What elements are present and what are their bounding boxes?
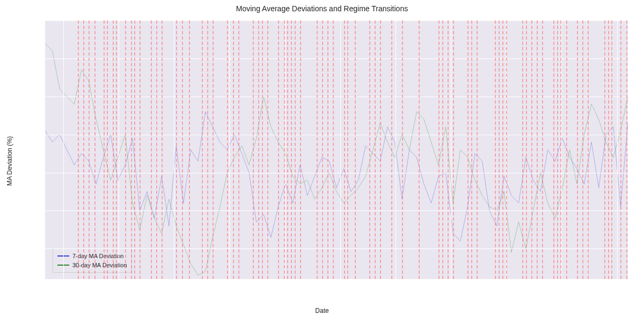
regime-transition-line	[499, 20, 500, 279]
regime-transition-line	[182, 20, 183, 279]
y-axis-label: MA Deviation (%)	[6, 136, 13, 186]
regime-transition-line	[300, 20, 301, 279]
regime-transition-line	[253, 20, 254, 279]
regime-transition-line	[588, 20, 589, 279]
regime-transition-line	[113, 20, 114, 279]
regime-transition-line	[278, 20, 279, 279]
regime-transition-line	[156, 20, 157, 279]
gridline	[45, 58, 628, 59]
regime-transition-line	[322, 20, 323, 279]
regime-transition-line	[442, 20, 443, 279]
regime-transition-line	[626, 20, 627, 279]
gridline	[45, 135, 628, 135]
regime-transition-line	[355, 20, 356, 279]
regime-transition-line	[537, 20, 538, 279]
regime-transition-line	[453, 20, 454, 279]
regime-transition-line	[94, 20, 96, 279]
gridline	[45, 173, 628, 173]
regime-transition-line	[125, 20, 126, 279]
regime-transition-line	[202, 20, 203, 279]
regime-transition-line	[369, 20, 370, 279]
regime-transition-line	[471, 20, 472, 279]
gridline	[63, 20, 64, 279]
regime-transition-line	[227, 20, 228, 279]
x-axis-label: Date	[315, 307, 328, 314]
regime-transition-line	[333, 20, 334, 279]
gridline	[119, 20, 119, 279]
gridline	[45, 20, 628, 21]
gridline	[451, 20, 451, 279]
regime-transition-line	[502, 20, 503, 279]
regime-transition-line	[477, 20, 478, 279]
regime-transition-line	[233, 20, 234, 279]
regime-transition-line	[438, 20, 440, 279]
gridline	[45, 210, 628, 211]
regime-transition-line	[176, 20, 177, 279]
regime-transition-line	[78, 20, 79, 279]
regime-transition-line	[287, 20, 288, 279]
regime-transition-line	[506, 20, 507, 279]
gridline	[617, 20, 618, 279]
regime-transition-line	[131, 20, 132, 279]
regime-transition-line	[380, 20, 381, 279]
regime-transition-line	[560, 20, 561, 279]
regime-transition-line	[104, 20, 105, 279]
chart-container: Moving Average Deviations and Regime Tra…	[0, 0, 644, 322]
regime-transition-line	[238, 20, 239, 279]
regime-transition-line	[189, 20, 190, 279]
gridline	[174, 20, 174, 279]
regime-transition-line	[577, 20, 578, 279]
gridline	[396, 20, 396, 279]
regime-transition-line	[604, 20, 605, 279]
series-line	[45, 112, 628, 241]
regime-transition-line	[402, 20, 403, 279]
regime-transition-line	[327, 20, 328, 279]
regime-transition-line	[107, 20, 108, 279]
regime-transition-line	[284, 20, 285, 279]
regime-transition-line	[262, 20, 263, 279]
regime-transition-line	[89, 20, 90, 279]
regime-transition-line	[267, 20, 268, 279]
regime-transition-line	[140, 20, 141, 279]
regime-transition-line	[608, 20, 609, 279]
regime-transition-line	[344, 20, 345, 279]
regime-transition-line	[531, 20, 532, 279]
regime-transition-line	[566, 20, 567, 279]
regime-transition-line	[375, 20, 376, 279]
gridline	[45, 248, 628, 249]
regime-transition-line	[557, 20, 558, 279]
series-line	[45, 43, 628, 275]
regime-transition-line	[291, 20, 292, 279]
regime-transition-line	[162, 20, 163, 279]
plot-area: 7-day MA Deviation 30-day MA Deviation −…	[45, 20, 628, 279]
regime-transition-line	[116, 20, 117, 279]
regime-transition-line	[347, 20, 348, 279]
regime-transition-line	[151, 20, 152, 279]
chart-title: Moving Average Deviations and Regime Tra…	[0, 4, 644, 13]
regime-transition-line	[582, 20, 583, 279]
gridline	[45, 97, 628, 97]
regime-transition-line	[495, 20, 496, 279]
regime-transition-line	[448, 20, 449, 279]
gridline	[340, 20, 341, 279]
regime-transition-line	[207, 20, 208, 279]
legend: 7-day MA Deviation 30-day MA Deviation	[53, 248, 132, 273]
regime-transition-line	[467, 20, 469, 279]
regime-transition-line	[526, 20, 527, 279]
gridline	[561, 20, 562, 279]
regime-transition-line	[553, 20, 554, 279]
gridline	[229, 20, 230, 279]
regime-transition-line	[295, 20, 296, 279]
regime-transition-line	[258, 20, 259, 279]
regime-transition-line	[620, 20, 621, 279]
series-canvas	[45, 20, 628, 279]
gridline	[285, 20, 286, 279]
regime-transition-line	[213, 20, 214, 279]
regime-transition-line	[542, 20, 543, 279]
regime-transition-line	[391, 20, 392, 279]
regime-transition-line	[611, 20, 612, 279]
regime-transition-line	[83, 20, 84, 279]
regime-transition-line	[317, 20, 318, 279]
regime-transition-line	[134, 20, 135, 279]
regime-transition-line	[419, 20, 420, 279]
